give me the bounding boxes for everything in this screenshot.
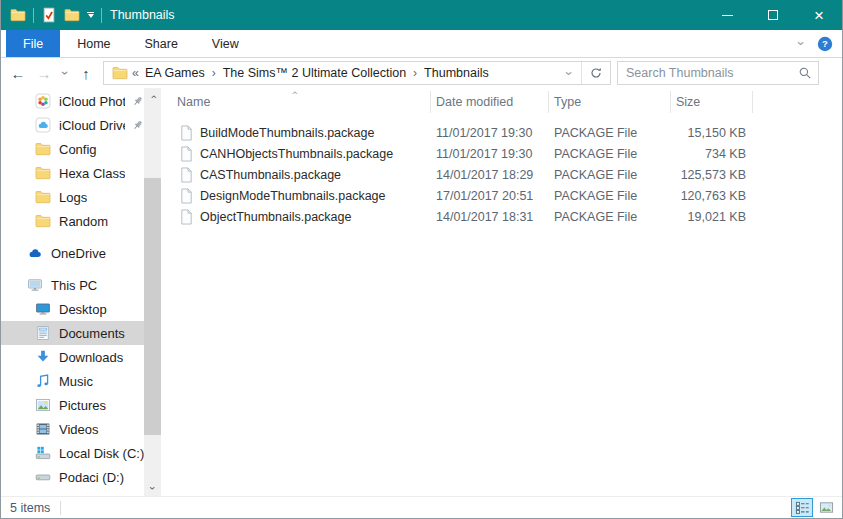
onedrive-icon	[27, 245, 43, 261]
sidebar-item-logs[interactable]: Logs	[1, 185, 144, 209]
app-folder-icon	[10, 7, 26, 23]
file-type: PACKAGE File	[549, 168, 671, 182]
view-toggles	[791, 498, 837, 517]
back-button[interactable]: ←	[5, 60, 31, 86]
column-header-date-modified[interactable]: Date modified	[431, 88, 549, 116]
maximize-button[interactable]	[750, 0, 796, 30]
search-input[interactable]	[618, 66, 792, 80]
sidebar-item-podaci-d[interactable]: Podaci (D:)	[1, 465, 144, 489]
file-icon	[179, 167, 194, 183]
pin-icon	[131, 95, 144, 108]
sidebar-item-hexa-class[interactable]: Hexa Class	[1, 161, 144, 185]
tab-share[interactable]: Share	[128, 30, 195, 57]
sidebar-item-random[interactable]: Random	[1, 209, 144, 233]
chevron-right-icon[interactable]: ›	[209, 65, 219, 80]
file-name: DesignModeThumbnails.package	[200, 189, 386, 203]
collapse-ribbon-chevron-icon[interactable]: ›	[793, 41, 808, 45]
desktop-icon	[35, 301, 51, 317]
recent-locations-chevron-icon[interactable]: ›	[57, 60, 73, 86]
file-row[interactable]: CASThumbnails.package 14/01/2017 18:29 P…	[161, 164, 842, 185]
window-controls: ×	[704, 0, 842, 30]
documents-icon	[35, 325, 51, 341]
tab-file[interactable]: File	[6, 30, 60, 57]
column-header-size[interactable]: Size	[671, 88, 753, 116]
forward-button[interactable]: →	[31, 60, 57, 86]
sidebar-item-onedrive[interactable]: OneDrive	[1, 241, 144, 265]
file-name: CASThumbnails.package	[200, 168, 341, 182]
file-name: ObjectThumbnails.package	[200, 210, 351, 224]
file-name: BuildModeThumbnails.package	[200, 126, 374, 140]
scroll-down-arrow-icon[interactable]: ›	[144, 479, 161, 496]
file-row[interactable]: ObjectThumbnails.package 14/01/2017 18:3…	[161, 206, 842, 227]
refresh-button[interactable]	[582, 62, 610, 84]
sidebar-item-desktop[interactable]: Desktop	[1, 297, 144, 321]
explorer-window: Thumbnails × File Home Share View › ? ← …	[0, 0, 843, 519]
search-icon[interactable]	[792, 66, 818, 80]
music-icon	[35, 373, 51, 389]
sidebar-scrollbar[interactable]: › ›	[144, 88, 161, 496]
chevron-right-icon[interactable]: ›	[410, 65, 420, 80]
large-thumbnails-view-button[interactable]	[815, 498, 837, 517]
sidebar-item-config[interactable]: Config	[1, 137, 144, 161]
tab-view[interactable]: View	[195, 30, 256, 57]
sidebar-item-icloud-photo[interactable]: iCloud Photo	[1, 89, 144, 113]
thumbnails-view-icon	[819, 500, 834, 515]
sidebar-item-local-disk-c[interactable]: Local Disk (C:)	[1, 441, 144, 465]
details-view-button[interactable]	[791, 498, 813, 517]
file-size: 120,763 KB	[671, 189, 753, 203]
breadcrumb-item-ea-games[interactable]: EA Games	[141, 66, 209, 80]
breadcrumb: « EA Games › The Sims™ 2 Ultimate Collec…	[104, 65, 557, 81]
file-row[interactable]: DesignModeThumbnails.package 17/01/2017 …	[161, 185, 842, 206]
maximize-icon	[768, 10, 778, 20]
minimize-button[interactable]	[704, 0, 750, 30]
column-header-type[interactable]: Type	[549, 88, 671, 116]
disk-icon	[35, 469, 51, 485]
sidebar-item-music[interactable]: Music	[1, 369, 144, 393]
sidebar-item-icloud-drive[interactable]: iCloud Drive	[1, 113, 144, 137]
help-icon[interactable]: ?	[817, 36, 833, 52]
minimize-icon	[722, 15, 733, 16]
sidebar-item-this-pc[interactable]: This PC	[1, 273, 144, 297]
properties-check-icon[interactable]	[41, 7, 57, 23]
address-box[interactable]: « EA Games › The Sims™ 2 Ultimate Collec…	[103, 61, 611, 85]
sidebar-item-videos[interactable]: Videos	[1, 417, 144, 441]
sidebar-item-pictures[interactable]: Pictures	[1, 393, 144, 417]
file-size: 734 KB	[671, 147, 753, 161]
tab-home[interactable]: Home	[60, 30, 127, 57]
file-size: 15,150 KB	[671, 126, 753, 140]
customize-quick-access-caret-icon[interactable]	[87, 12, 94, 18]
file-row[interactable]: BuildModeThumbnails.package 11/01/2017 1…	[161, 122, 842, 143]
sidebar-item-downloads[interactable]: Downloads	[1, 345, 144, 369]
scrollbar-thumb[interactable]	[144, 178, 161, 435]
scroll-up-arrow-icon[interactable]: ›	[144, 88, 161, 105]
location-folder-icon[interactable]	[112, 65, 128, 81]
icloud-photos-icon	[35, 93, 51, 109]
file-icon	[179, 209, 194, 225]
divider	[60, 501, 61, 515]
quick-access-toolbar	[10, 7, 102, 23]
svg-text:?: ?	[822, 38, 828, 49]
up-button[interactable]: ↑	[73, 60, 99, 86]
address-bar: ← → › ↑ « EA Games › The Sims™ 2 Ultimat…	[1, 58, 842, 88]
toolbar-separator	[33, 8, 34, 23]
sidebar-item-documents[interactable]: Documents	[1, 321, 144, 345]
breadcrumb-overflow[interactable]: «	[128, 66, 141, 80]
close-button[interactable]: ×	[796, 0, 842, 30]
address-dropdown-chevron-icon[interactable]: ›	[557, 66, 581, 81]
details-view-icon	[795, 500, 810, 515]
folder-icon	[35, 189, 51, 205]
this-pc-icon	[27, 277, 43, 293]
icloud-drive-icon	[35, 117, 51, 133]
file-size: 125,573 KB	[671, 168, 753, 182]
file-row[interactable]: CANHObjectsThumbnails.package 11/01/2017…	[161, 143, 842, 164]
file-icon	[179, 125, 194, 141]
file-size: 19,021 KB	[671, 210, 753, 224]
file-type: PACKAGE File	[549, 147, 671, 161]
file-name: CANHObjectsThumbnails.package	[200, 147, 393, 161]
file-type: PACKAGE File	[549, 126, 671, 140]
file-list-pane: › Name Date modified Type Size BuildMode…	[161, 88, 842, 496]
column-header-name[interactable]: Name	[161, 88, 431, 116]
new-folder-icon[interactable]	[64, 7, 80, 23]
breadcrumb-item-sims2-collection[interactable]: The Sims™ 2 Ultimate Collection	[219, 66, 410, 80]
breadcrumb-item-thumbnails[interactable]: Thumbnails	[420, 66, 493, 80]
